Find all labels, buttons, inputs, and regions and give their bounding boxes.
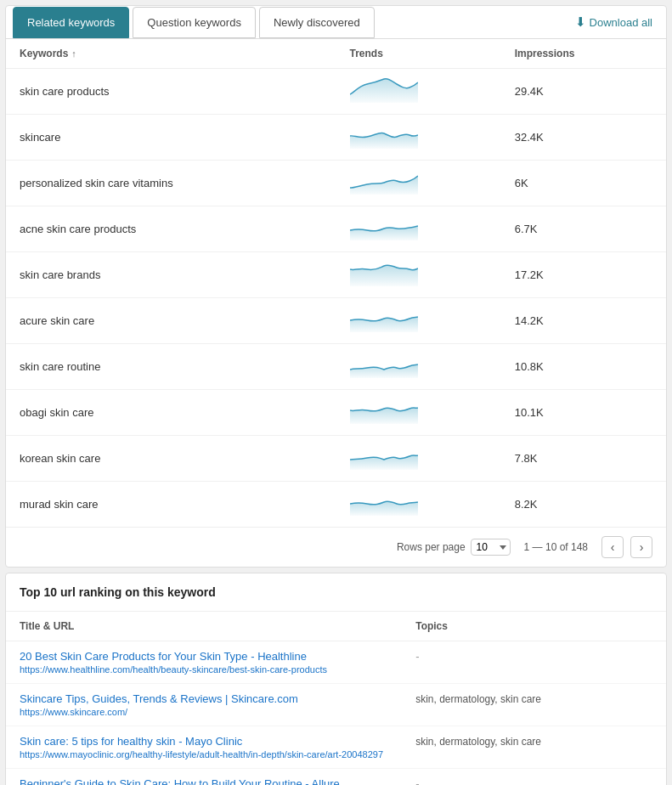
url-title[interactable]: Beginner's Guide to Skin Care: How to Bu… <box>20 777 388 785</box>
keyword-cell: skincare <box>6 115 336 161</box>
topics-cell: - <box>402 641 666 684</box>
sparkline-chart <box>350 490 418 516</box>
trends-cell <box>336 252 501 298</box>
trends-cell <box>336 436 501 482</box>
table-row[interactable]: skin care products 29.4K <box>6 69 666 115</box>
tab-related[interactable]: Related keywords <box>13 7 129 38</box>
page-info: 1 — 10 of 148 <box>524 541 588 553</box>
keyword-cell: personalized skin care vitamins <box>6 161 336 206</box>
keyword-cell: skin care brands <box>6 252 336 298</box>
title-url-cell: Beginner's Guide to Skin Care: How to Bu… <box>6 769 402 786</box>
sort-arrow-icon: ↑ <box>71 48 76 59</box>
top10-title: Top 10 url ranking on this keyword <box>6 573 666 612</box>
top10-section: Top 10 url ranking on this keyword Title… <box>5 573 667 785</box>
keyword-cell: acure skin care <box>6 298 336 344</box>
impressions-cell: 6K <box>501 161 666 206</box>
impressions-cell: 32.4K <box>501 115 666 161</box>
trends-cell <box>336 344 501 390</box>
keyword-cell: acne skin care products <box>6 206 336 252</box>
topics-cell: skin, dermatology, skin care <box>402 684 666 726</box>
impressions-cell: 14.2K <box>501 298 666 344</box>
col-header-keywords[interactable]: Keywords ↑ <box>6 39 336 69</box>
url-table-row: Skin care: 5 tips for healthy skin - May… <box>6 726 666 769</box>
topic-dash: - <box>415 777 419 785</box>
next-page-button[interactable]: › <box>630 536 652 558</box>
url-link[interactable]: https://www.healthline.com/health/beauty… <box>20 664 388 675</box>
url-table-row: 20 Best Skin Care Products for Your Skin… <box>6 641 666 684</box>
pagination-bar: Rows per page 10 25 50 100 1 — 10 of 148… <box>6 527 666 567</box>
impressions-cell: 7.8K <box>501 436 666 482</box>
url-table: Title & URL Topics 20 Best Skin Care Pro… <box>6 612 666 785</box>
rows-per-page-control: Rows per page 10 25 50 100 <box>397 539 511 556</box>
sparkline-chart <box>350 261 418 286</box>
prev-page-button[interactable]: ‹ <box>601 536 624 558</box>
table-row[interactable]: murad skin care 8.2K <box>6 482 666 528</box>
trends-cell <box>336 161 501 206</box>
topic-text: skin, dermatology, skin care <box>415 693 541 705</box>
keyword-cell: skin care products <box>6 69 336 115</box>
table-row[interactable]: skincare 32.4K <box>6 115 666 161</box>
url-link[interactable]: https://www.skincare.com/ <box>20 707 388 717</box>
trends-cell <box>336 298 501 344</box>
title-url-cell: Skin care: 5 tips for healthy skin - May… <box>6 726 402 769</box>
tabs-bar: Related keywords Question keywords Newly… <box>6 6 666 39</box>
trends-cell <box>336 115 501 161</box>
keyword-cell: murad skin care <box>6 482 336 528</box>
url-title[interactable]: 20 Best Skin Care Products for Your Skin… <box>20 650 388 663</box>
table-row[interactable]: skin care brands 17.2K <box>6 252 666 298</box>
title-url-cell: 20 Best Skin Care Products for Your Skin… <box>6 641 402 684</box>
sparkline-chart <box>350 123 418 149</box>
trends-cell <box>336 390 501 436</box>
rows-per-page-select[interactable]: 10 25 50 100 <box>471 539 511 556</box>
col-header-title-url: Title & URL <box>6 612 402 641</box>
keyword-cell: skin care routine <box>6 344 336 390</box>
table-row[interactable]: acne skin care products 6.7K <box>6 206 666 252</box>
table-row[interactable]: obagi skin care 10.1K <box>6 390 666 436</box>
title-url-cell: Skincare Tips, Guides, Trends & Reviews … <box>6 684 402 726</box>
keywords-table: Keywords ↑ Trends Impressions skin care … <box>6 39 666 527</box>
url-table-row: Skincare Tips, Guides, Trends & Reviews … <box>6 684 666 726</box>
tab-question[interactable]: Question keywords <box>133 7 256 38</box>
sparkline-chart <box>350 307 418 332</box>
tab-newly[interactable]: Newly discovered <box>259 7 375 38</box>
sparkline-chart <box>350 77 418 103</box>
table-row[interactable]: personalized skin care vitamins 6K <box>6 161 666 206</box>
impressions-cell: 29.4K <box>501 69 666 115</box>
trends-cell <box>336 482 501 528</box>
trends-cell <box>336 206 501 252</box>
col-header-impressions: Impressions <box>501 39 666 69</box>
url-link[interactable]: https://www.mayoclinic.org/healthy-lifes… <box>20 749 388 760</box>
impressions-cell: 17.2K <box>501 252 666 298</box>
keyword-cell: obagi skin care <box>6 390 336 436</box>
trends-cell <box>336 69 501 115</box>
topic-dash: - <box>415 650 419 663</box>
col-header-trends: Trends <box>336 39 501 69</box>
url-title[interactable]: Skincare Tips, Guides, Trends & Reviews … <box>20 692 388 705</box>
topic-text: skin, dermatology, skin care <box>415 736 541 748</box>
sparkline-chart <box>350 215 418 240</box>
download-all-button[interactable]: ⬇ Download all <box>568 6 659 38</box>
impressions-cell: 8.2K <box>501 482 666 528</box>
sparkline-chart <box>350 398 418 424</box>
keywords-section: Related keywords Question keywords Newly… <box>5 5 667 568</box>
sparkline-chart <box>350 444 418 470</box>
keyword-cell: korean skin care <box>6 436 336 482</box>
table-row[interactable]: acure skin care 14.2K <box>6 298 666 344</box>
download-icon: ⬇ <box>575 14 586 30</box>
col-header-topics: Topics <box>402 612 666 641</box>
url-title[interactable]: Skin care: 5 tips for healthy skin - May… <box>20 735 388 748</box>
sparkline-chart <box>350 353 418 378</box>
sparkline-chart <box>350 169 418 195</box>
topics-cell: - <box>402 769 666 786</box>
table-row[interactable]: korean skin care 7.8K <box>6 436 666 482</box>
table-row[interactable]: skin care routine 10.8K <box>6 344 666 390</box>
impressions-cell: 6.7K <box>501 206 666 252</box>
topics-cell: skin, dermatology, skin care <box>402 726 666 769</box>
rows-per-page-label: Rows per page <box>397 541 466 553</box>
url-table-row: Beginner's Guide to Skin Care: How to Bu… <box>6 769 666 786</box>
impressions-cell: 10.8K <box>501 344 666 390</box>
impressions-cell: 10.1K <box>501 390 666 436</box>
